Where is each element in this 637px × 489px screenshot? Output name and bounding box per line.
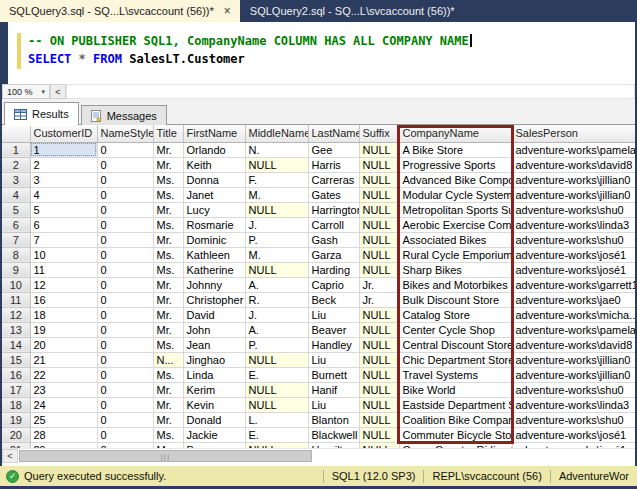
grid-cell[interactable]: Kerim (183, 382, 245, 397)
grid-cell[interactable]: 3 (30, 172, 97, 187)
editor-horizontal-scrollbar[interactable]: < (50, 84, 635, 99)
grid-cell[interactable]: Ms. (153, 217, 183, 232)
grid-cell[interactable]: Modular Cycle Systems (399, 187, 512, 202)
grid-cell[interactable]: Gee (308, 142, 359, 157)
grid-cell[interactable]: NULL (245, 262, 308, 277)
grid-cell[interactable]: 11 (30, 262, 97, 277)
grid-cell[interactable]: Carroll (308, 217, 359, 232)
row-header[interactable]: 15 (2, 352, 30, 367)
grid-cell[interactable]: J. (245, 307, 308, 322)
grid-cell[interactable]: adventure-works\pamela0 (512, 322, 635, 337)
grid-cell[interactable]: Metropolitan Sports Supply (399, 202, 512, 217)
grid-cell[interactable]: Jr. (359, 277, 399, 292)
sql-editor[interactable]: -- ON PUBLISHER SQL1, CompanyName COLUMN… (2, 22, 635, 84)
grid-cell[interactable]: Eastside Department Store (399, 397, 512, 412)
grid-cell[interactable]: 0 (97, 292, 153, 307)
zoom-level-dropdown[interactable]: 100 % ▾ (2, 84, 50, 99)
grid-cell[interactable]: 2 (30, 157, 97, 172)
row-header[interactable]: 1 (2, 142, 30, 157)
grid-cell[interactable]: 0 (97, 352, 153, 367)
column-header-namestyle[interactable]: NameStyle (97, 125, 153, 142)
grid-cell[interactable]: Mr. (153, 382, 183, 397)
grid-cell[interactable]: 1 (30, 142, 97, 157)
grid-cell[interactable]: Janet (183, 187, 245, 202)
grid-cell[interactable]: Coalition Bike Company (399, 412, 512, 427)
grid-cell[interactable]: Travel Systems (399, 367, 512, 382)
grid-cell[interactable]: Gates (308, 187, 359, 202)
tab-messages[interactable]: Messages (81, 105, 167, 125)
grid-cell[interactable]: Harrington (308, 202, 359, 217)
grid-cell[interactable]: Blanton (308, 412, 359, 427)
grid-cell[interactable]: Bike World (399, 382, 512, 397)
grid-cell[interactable]: 25 (30, 412, 97, 427)
grid-cell[interactable]: Caprio (308, 277, 359, 292)
grid-cell[interactable]: Handley (308, 337, 359, 352)
grid-cell[interactable]: Mr. (153, 232, 183, 247)
grid-cell[interactable]: adventure-works\josé1 (512, 247, 635, 262)
grid-cell[interactable]: Mr. (153, 307, 183, 322)
grid-cell[interactable]: adventure-works\linda3 (512, 217, 635, 232)
row-header[interactable]: 16 (2, 367, 30, 382)
grid-cell[interactable]: Central Discount Store (399, 337, 512, 352)
grid-cell[interactable]: Mr. (153, 322, 183, 337)
grid-cell[interactable]: 0 (97, 322, 153, 337)
grid-cell[interactable]: 28 (30, 427, 97, 442)
column-header-companyname[interactable]: CompanyName (399, 125, 512, 142)
grid-cell[interactable]: 7 (30, 232, 97, 247)
grid-cell[interactable]: 0 (97, 142, 153, 157)
grid-cell[interactable]: 0 (97, 382, 153, 397)
row-header[interactable]: 19 (2, 412, 30, 427)
grid-cell[interactable]: Jr. (359, 292, 399, 307)
grid-cell[interactable]: NULL (359, 412, 399, 427)
grid-cell[interactable]: NULL (359, 397, 399, 412)
grid-cell[interactable]: Ms. (153, 262, 183, 277)
grid-cell[interactable]: Mr. (153, 412, 183, 427)
row-header[interactable]: 6 (2, 217, 30, 232)
grid-cell[interactable]: Commuter Bicycle Store (399, 427, 512, 442)
row-header[interactable]: 8 (2, 247, 30, 262)
grid-cell[interactable]: Mr. (153, 292, 183, 307)
grid-cell[interactable]: Rural Cycle Emporium (399, 247, 512, 262)
grid-cell[interactable]: adventure-works\jillian0 (512, 367, 635, 382)
grid-cell[interactable]: 24 (30, 397, 97, 412)
grid-cell[interactable]: Keith (183, 157, 245, 172)
grid-cell[interactable]: N... (153, 352, 183, 367)
grid-cell[interactable]: 0 (97, 247, 153, 262)
grid-cell[interactable]: Harris (308, 157, 359, 172)
grid-cell[interactable]: 0 (97, 187, 153, 202)
grid-cell[interactable]: Linda (183, 367, 245, 382)
grid-cell[interactable]: Beaver (308, 322, 359, 337)
row-header[interactable]: 9 (2, 262, 30, 277)
grid-cell[interactable]: NULL (359, 232, 399, 247)
grid-corner-header[interactable] (2, 125, 30, 142)
row-header[interactable]: 3 (2, 172, 30, 187)
grid-cell[interactable]: Carreras (308, 172, 359, 187)
grid-cell[interactable]: NULL (245, 202, 308, 217)
grid-cell[interactable]: Mr. (153, 277, 183, 292)
grid-cell[interactable]: Gash (308, 232, 359, 247)
grid-cell[interactable]: Harding (308, 262, 359, 277)
grid-cell[interactable]: Christopher (183, 292, 245, 307)
column-header-salesperson[interactable]: SalesPerson (512, 125, 635, 142)
column-header-firstname[interactable]: FirstName (183, 125, 245, 142)
grid-cell[interactable]: adventure-works\shu0 (512, 202, 635, 217)
row-header[interactable]: 18 (2, 397, 30, 412)
grid-cell[interactable]: 19 (30, 322, 97, 337)
grid-cell[interactable]: Ms. (153, 367, 183, 382)
grid-cell[interactable]: Liu (308, 307, 359, 322)
grid-cell[interactable]: Bulk Discount Store (399, 292, 512, 307)
grid-cell[interactable]: 0 (97, 172, 153, 187)
grid-cell[interactable]: Mr. (153, 397, 183, 412)
grid-cell[interactable]: J. (245, 217, 308, 232)
grid-cell[interactable]: A. (245, 277, 308, 292)
row-header[interactable]: 12 (2, 307, 30, 322)
grid-cell[interactable]: Mr. (153, 142, 183, 157)
grid-cell[interactable]: 18 (30, 307, 97, 322)
grid-cell[interactable]: adventure-works\jae0 (512, 292, 635, 307)
grid-cell[interactable]: Catalog Store (399, 307, 512, 322)
grid-cell[interactable]: Blackwell (308, 427, 359, 442)
column-header-customerid[interactable]: CustomerID (30, 125, 97, 142)
row-header[interactable]: 7 (2, 232, 30, 247)
grid-cell[interactable]: adventure-works\jillian0 (512, 352, 635, 367)
grid-cell[interactable]: M. (245, 187, 308, 202)
